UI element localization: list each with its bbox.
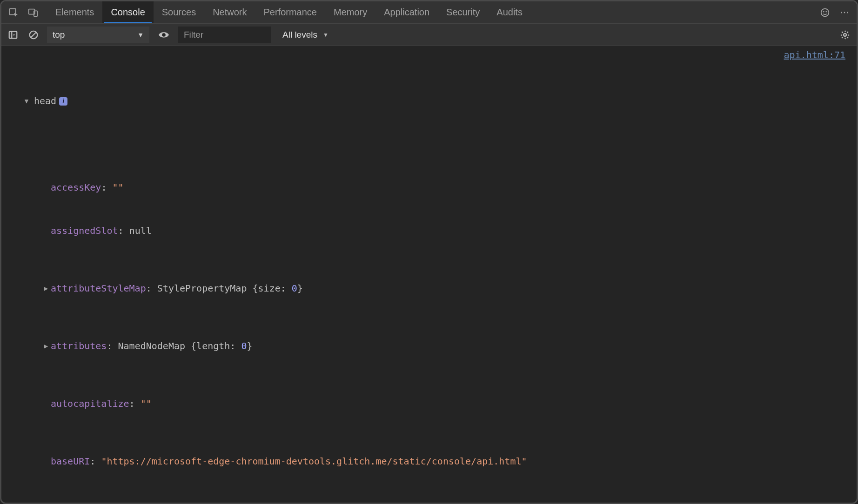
prop-autocapitalize[interactable]: ▶autocapitalize: "": [42, 397, 850, 411]
tab-audits[interactable]: Audits: [488, 1, 531, 23]
clear-console-icon[interactable]: [27, 28, 40, 42]
console-toolbar: top ▼ All levels ▼: [1, 24, 857, 46]
svg-point-8: [847, 12, 848, 13]
object-tree: ▼ head i ▶accessKey: "" ▶assignedSlot: n…: [6, 51, 850, 503]
tab-console[interactable]: Console: [102, 1, 153, 23]
disclosure-triangle-icon[interactable]: ▶: [42, 281, 50, 296]
devtools-tabbar: Elements Console Sources Network Perform…: [1, 1, 857, 24]
log-levels-select[interactable]: All levels ▼: [278, 30, 333, 40]
tab-elements[interactable]: Elements: [47, 1, 102, 23]
main-tabs: Elements Console Sources Network Perform…: [47, 1, 531, 23]
tab-memory[interactable]: Memory: [325, 1, 375, 23]
toggle-console-sidebar-icon[interactable]: [6, 28, 20, 42]
execution-context-value: top: [53, 30, 65, 40]
svg-line-12: [31, 32, 36, 37]
inspect-element-icon[interactable]: [5, 4, 22, 21]
svg-point-13: [162, 33, 166, 37]
devtools-window: Elements Console Sources Network Perform…: [0, 0, 858, 504]
prop-attributeStyleMap[interactable]: ▶attributeStyleMap: StylePropertyMap {si…: [42, 281, 850, 296]
more-options-icon[interactable]: [836, 4, 853, 21]
log-levels-label: All levels: [282, 30, 317, 40]
console-settings-icon[interactable]: [838, 28, 852, 42]
console-output[interactable]: api.html:71 ▼ head i ▶accessKey: "" ▶ass…: [1, 46, 857, 503]
object-properties: ▶accessKey: "" ▶assignedSlot: null ▶attr…: [23, 152, 850, 503]
tab-network[interactable]: Network: [204, 1, 255, 23]
feedback-smile-icon[interactable]: [817, 4, 833, 21]
live-expression-icon[interactable]: [156, 27, 172, 43]
tab-security[interactable]: Security: [438, 1, 488, 23]
chevron-down-icon: ▼: [137, 31, 144, 39]
tab-application[interactable]: Application: [375, 1, 438, 23]
disclosure-triangle-icon[interactable]: ▶: [42, 339, 50, 353]
svg-rect-9: [9, 31, 17, 38]
disclosure-triangle-icon[interactable]: ▼: [23, 94, 30, 108]
svg-point-14: [844, 33, 846, 36]
prop-baseURI[interactable]: ▶baseURI: "https://microsoft-edge-chromi…: [42, 454, 850, 469]
prop-attributes[interactable]: ▶attributes: NamedNodeMap {length: 0}: [42, 339, 850, 353]
info-badge-icon[interactable]: i: [59, 97, 67, 106]
execution-context-select[interactable]: top ▼: [47, 27, 149, 43]
svg-point-5: [826, 11, 826, 12]
object-root-name[interactable]: head: [34, 94, 56, 108]
chevron-down-icon: ▼: [323, 32, 328, 38]
device-mode-icon[interactable]: [25, 4, 41, 21]
svg-point-7: [844, 12, 845, 13]
source-link[interactable]: api.html:71: [784, 48, 845, 62]
prop-assignedSlot[interactable]: ▶assignedSlot: null: [42, 224, 850, 238]
tab-sources[interactable]: Sources: [154, 1, 204, 23]
tab-performance[interactable]: Performance: [255, 1, 326, 23]
filter-input[interactable]: [178, 27, 271, 43]
prop-accessKey[interactable]: ▶accessKey: "": [42, 180, 850, 195]
svg-point-3: [821, 8, 829, 16]
svg-point-6: [841, 12, 842, 13]
svg-point-4: [824, 11, 824, 12]
